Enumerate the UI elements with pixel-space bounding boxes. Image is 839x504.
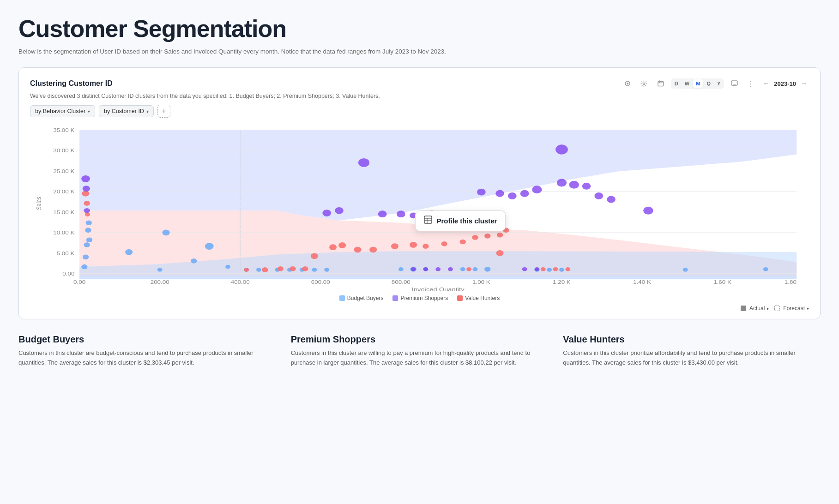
more-options-btn[interactable]: ⋮ xyxy=(744,77,757,90)
svg-point-116 xyxy=(643,207,653,215)
segment-value-desc: Customers in this cluster prioritize aff… xyxy=(563,348,821,368)
svg-point-41 xyxy=(85,228,91,233)
time-btn-d[interactable]: D xyxy=(672,79,681,88)
svg-point-49 xyxy=(225,265,230,269)
svg-text:1.20 K: 1.20 K xyxy=(553,280,571,285)
svg-point-76 xyxy=(311,253,318,259)
svg-point-78 xyxy=(338,242,346,248)
svg-point-114 xyxy=(607,196,616,203)
legend-dot-value xyxy=(457,295,463,301)
svg-point-120 xyxy=(448,267,453,271)
svg-point-55 xyxy=(312,268,317,271)
svg-point-67 xyxy=(763,267,768,271)
svg-point-105 xyxy=(477,189,486,196)
segment-budget-buyers: Budget Buyers Customers in this cluster … xyxy=(18,334,276,368)
legend-premium-shoppers: Premium Shoppers xyxy=(392,295,448,301)
svg-point-77 xyxy=(329,245,337,251)
segment-premium-desc: Customers in this cluster are willing to… xyxy=(291,348,549,368)
chart-card: Clustering Customer ID xyxy=(18,67,821,319)
svg-rect-3 xyxy=(658,82,664,86)
time-btn-y[interactable]: Y xyxy=(714,79,723,88)
legend-dot-premium xyxy=(392,295,398,301)
svg-point-84 xyxy=(441,241,447,246)
svg-point-107 xyxy=(508,192,517,199)
time-btn-m[interactable]: M xyxy=(693,79,703,88)
profile-cluster-tooltip[interactable]: Profile this cluster xyxy=(415,210,506,231)
behavior-cluster-filter[interactable]: by Behavior Cluster ▾ xyxy=(30,105,95,117)
svg-text:400.00: 400.00 xyxy=(231,280,250,285)
next-date-btn[interactable]: → xyxy=(799,79,809,88)
svg-point-112 xyxy=(582,183,591,190)
svg-point-100 xyxy=(378,211,387,218)
svg-point-40 xyxy=(84,242,90,247)
segment-value-title: Value Hunters xyxy=(563,334,821,345)
segments-row: Budget Buyers Customers in this cluster … xyxy=(18,334,821,368)
svg-point-87 xyxy=(484,234,490,239)
actual-toggle[interactable]: Actual ▾ xyxy=(741,305,769,312)
svg-point-91 xyxy=(466,267,471,271)
svg-text:600.00: 600.00 xyxy=(311,280,330,285)
svg-point-111 xyxy=(569,181,579,189)
add-filter-btn[interactable]: + xyxy=(157,105,170,118)
settings-icon-btn[interactable] xyxy=(638,77,651,90)
legend-budget-buyers: Budget Buyers xyxy=(339,295,384,301)
chevron-down-icon: ▾ xyxy=(807,306,809,311)
svg-point-121 xyxy=(522,267,527,271)
svg-point-98 xyxy=(322,210,331,216)
svg-text:Invoiced Quantity: Invoiced Quantity xyxy=(412,287,465,292)
svg-point-1 xyxy=(627,83,628,84)
svg-text:Sales: Sales xyxy=(35,197,43,210)
segment-budget-title: Budget Buyers xyxy=(18,334,276,345)
svg-point-104 xyxy=(358,158,369,167)
svg-text:1.60 K: 1.60 K xyxy=(713,280,731,285)
svg-point-81 xyxy=(391,243,398,249)
svg-text:1.00 K: 1.00 K xyxy=(472,280,490,285)
svg-point-46 xyxy=(191,258,197,264)
chevron-down-icon: ▾ xyxy=(88,109,90,114)
svg-text:20.00 K: 20.00 K xyxy=(53,189,74,195)
svg-text:0.00: 0.00 xyxy=(62,271,74,277)
time-btn-q[interactable]: Q xyxy=(704,79,713,88)
svg-point-71 xyxy=(244,268,249,271)
svg-point-2 xyxy=(643,83,645,84)
dot-icon-btn[interactable] xyxy=(621,77,634,90)
svg-point-117 xyxy=(411,267,416,271)
svg-point-86 xyxy=(472,235,478,240)
svg-point-60 xyxy=(460,267,465,271)
svg-text:25.00 K: 25.00 K xyxy=(53,168,74,174)
svg-point-122 xyxy=(535,267,540,271)
actual-icon xyxy=(741,306,746,311)
svg-text:5.00 K: 5.00 K xyxy=(57,251,75,256)
svg-text:1.40 K: 1.40 K xyxy=(633,280,651,285)
forecast-toggle[interactable]: Forecast ▾ xyxy=(774,305,809,312)
svg-point-66 xyxy=(683,268,688,271)
tooltip-label: Profile this cluster xyxy=(437,217,497,225)
legend-label-budget: Budget Buyers xyxy=(347,295,384,301)
svg-point-80 xyxy=(369,247,377,253)
calendar-icon-btn[interactable] xyxy=(654,77,667,90)
svg-point-75 xyxy=(302,266,308,271)
svg-point-39 xyxy=(83,255,89,260)
segment-value-hunters: Value Hunters Customers in this cluster … xyxy=(563,334,821,368)
legend-label-premium: Premium Shoppers xyxy=(400,295,448,301)
chart-footer: Actual ▾ Forecast ▾ xyxy=(30,305,809,312)
svg-point-88 xyxy=(497,233,503,238)
svg-text:200.00: 200.00 xyxy=(151,280,169,285)
svg-text:30.00 K: 30.00 K xyxy=(53,148,74,154)
svg-point-42 xyxy=(86,221,92,226)
svg-point-61 xyxy=(473,267,478,271)
time-btn-w[interactable]: W xyxy=(682,79,692,88)
svg-point-108 xyxy=(520,190,529,197)
svg-point-101 xyxy=(397,211,405,218)
svg-point-115 xyxy=(555,145,568,155)
time-period-selector: D W M Q Y xyxy=(671,78,724,89)
svg-point-69 xyxy=(84,201,90,206)
svg-point-95 xyxy=(81,175,90,182)
customer-id-filter[interactable]: by Customer ID ▾ xyxy=(99,105,154,117)
chart-header-controls: D W M Q Y ⋮ ← 2023-10 → xyxy=(621,77,809,90)
legend-dot-budget xyxy=(339,295,345,301)
filter-bar: by Behavior Cluster ▾ by Customer ID ▾ + xyxy=(30,105,809,118)
prev-date-btn[interactable]: ← xyxy=(761,79,771,88)
comment-icon-btn[interactable] xyxy=(728,77,741,90)
svg-point-119 xyxy=(435,267,441,271)
